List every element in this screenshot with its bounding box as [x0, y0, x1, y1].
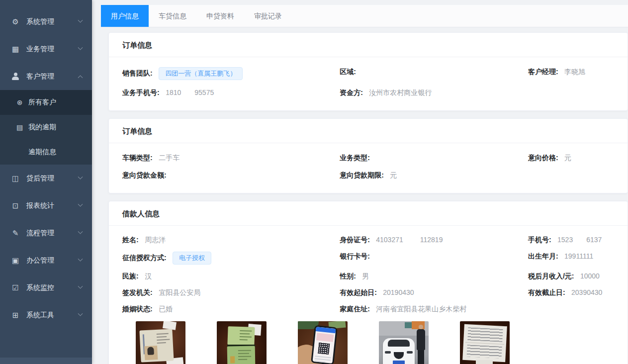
- redaction-mask: [403, 237, 420, 242]
- id-card-photo-image: [136, 321, 185, 364]
- sidebar-item-label: 业务管理: [26, 45, 54, 54]
- field-label: 有效起始日:: [340, 288, 377, 296]
- field-id-number: 身份证号: 4103271112819: [340, 232, 528, 248]
- id-card-photo[interactable]: 身份证: [136, 321, 185, 364]
- user-icon: [11, 73, 20, 80]
- detail-tabbar: 用户信息 车贷信息 申贷资料 审批记录: [101, 5, 628, 27]
- green-booklet-photo[interactable]: 驾驶证照片: [217, 321, 267, 364]
- field-label: 业务手机号:: [122, 89, 160, 96]
- sidebar-item-label: 所有客户: [28, 98, 56, 107]
- field-vehicle-type: 车辆类型: 二手车: [122, 149, 340, 167]
- field-label: 税后月收入/元:: [528, 272, 574, 280]
- sidebar-item-system-management[interactable]: ⚙ 系统管理: [0, 8, 92, 35]
- office-icon: ▣: [11, 257, 20, 264]
- field-label: 出生年月:: [528, 252, 558, 260]
- field-value: 20390430: [571, 288, 602, 296]
- redaction-mask: [573, 237, 586, 242]
- chevron-down-icon: [78, 311, 83, 316]
- tab-loan-application-docs[interactable]: 申贷资料: [196, 5, 244, 27]
- field-label: 区域:: [340, 68, 356, 76]
- order-info-card: 订单信息 销售团队: 四团一营（直属王鹏飞） 区域: 客户经理: 李晓旭 业务手: [108, 32, 628, 111]
- field-intent-price: 意向价格: 元: [528, 149, 614, 167]
- sidebar-item-my-overdue[interactable]: ▤ 我的逾期: [0, 115, 92, 140]
- field-value: 19911111: [564, 252, 593, 260]
- field-bank-card: 银行卡号:: [340, 248, 528, 268]
- field-valid-from: 有效起始日: 20190430: [340, 284, 528, 301]
- sidebar-item-system-monitor[interactable]: ☑ 系统监控: [0, 274, 92, 301]
- field-value: 1523: [557, 236, 573, 244]
- field-label: 业务类型:: [340, 154, 370, 162]
- chevron-down-icon: [78, 175, 83, 180]
- notebook-icon: ▤: [16, 123, 23, 131]
- sidebar-item-postloan-management[interactable]: ◫ 贷后管理: [0, 165, 92, 192]
- field-mobile-phone: 手机号: 15236137: [528, 232, 614, 248]
- field-valid-to: 有效截止日: 20390430: [528, 284, 614, 301]
- car-person-photo[interactable]: 人车合影: [379, 321, 429, 364]
- field-label: 有效截止日:: [528, 288, 565, 296]
- customer-management-submenu: ⊛ 所有客户 ▤ 我的逾期 逾期信息: [0, 90, 92, 165]
- field-value: 1810: [166, 89, 181, 96]
- field-label: 婚姻状态:: [122, 305, 153, 313]
- sidebar-item-report-statistics[interactable]: ⊡ 报表统计: [0, 192, 92, 219]
- sales-team-tag[interactable]: 四团一营（直属王鹏飞）: [159, 67, 243, 80]
- sidebar-item-label: 报表统计: [26, 201, 54, 210]
- field-label: 手机号:: [528, 236, 551, 244]
- field-value: 元: [390, 171, 397, 179]
- field-value: 已婚: [159, 305, 173, 313]
- field-credit-auth: 征信授权方式: 电子授权: [122, 248, 340, 268]
- field-home-address: 家庭住址: 河南省宜阳县花果山乡木柴村: [340, 301, 528, 317]
- sidebar-item-label: 系统监控: [26, 283, 54, 292]
- field-monthly-income: 税后月收入/元: 10000: [528, 268, 614, 284]
- sidebar-item-label: 办公管理: [26, 256, 54, 265]
- phone-qr-photo-image: [298, 321, 348, 364]
- field-label: 民族:: [122, 272, 139, 280]
- field-value: 20190430: [383, 288, 414, 296]
- field-value: 10000: [580, 272, 600, 280]
- chevron-down-icon: [78, 284, 83, 289]
- tab-approval-records[interactable]: 审批记录: [244, 5, 292, 27]
- field-name: 姓名: 周志洋: [122, 232, 340, 248]
- field-label: 意向贷款期限:: [340, 171, 384, 179]
- handwritten-doc-photo-image: [460, 321, 510, 364]
- sidebar-item-label: 系统工具: [26, 311, 54, 320]
- handwritten-doc-photo[interactable]: 其他材料: [460, 321, 510, 364]
- sidebar-item-office-management[interactable]: ▣ 办公管理: [0, 247, 92, 274]
- sidebar-item-all-customers[interactable]: ⊛ 所有客户: [0, 90, 92, 115]
- sidebar-item-label: 系统管理: [26, 17, 54, 26]
- sidebar-item-customer-management[interactable]: 客户管理: [0, 63, 92, 90]
- field-birth-date: 出生年月: 19911111: [528, 248, 614, 268]
- document-photos-row: 身份证: [122, 317, 614, 364]
- field-value: 二手车: [159, 154, 179, 162]
- phone-qr-photo[interactable]: 征信证明: [298, 321, 348, 364]
- sidebar-item-business-management[interactable]: ▦ 业务管理: [0, 35, 92, 63]
- book-icon: ◫: [11, 175, 20, 182]
- tab-user-info[interactable]: 用户信息: [101, 5, 149, 27]
- field-label: 车辆类型:: [122, 154, 153, 162]
- field-value: 李晓旭: [564, 68, 585, 76]
- field-value: 宜阳县公安局: [159, 288, 200, 296]
- card-title: 订单信息: [109, 33, 628, 57]
- field-label: 银行卡号:: [340, 252, 370, 260]
- field-funder: 资金方: 汝州市农村商业银行: [340, 84, 528, 101]
- field-label: 签发机关:: [122, 288, 153, 296]
- field-value: 汝州市农村商业银行: [369, 89, 432, 96]
- field-sales-team: 销售团队: 四团一营（直属王鹏飞）: [122, 63, 340, 84]
- sidebar-footer-bar: [0, 358, 92, 364]
- sidebar-item-label: 流程管理: [26, 229, 54, 238]
- field-business-type: 业务类型:: [340, 149, 528, 167]
- sidebar-item-label: 贷后管理: [26, 174, 54, 183]
- field-issuing-authority: 签发机关: 宜阳县公安局: [122, 284, 340, 301]
- loan-intent-card: 订单信息 车辆类型: 二手车 业务类型: 意向价格: 元 意向贷款金额:: [108, 118, 628, 193]
- chevron-down-icon: [78, 18, 83, 23]
- credit-auth-tag[interactable]: 电子授权: [173, 252, 211, 265]
- field-label: 意向价格:: [528, 154, 558, 162]
- card-title: 借款人信息: [109, 201, 628, 226]
- field-loan-term: 意向贷款期限: 元: [340, 167, 528, 184]
- sidebar-item-process-management[interactable]: ✎ 流程管理: [0, 219, 92, 247]
- sidebar-item-overdue-info[interactable]: 逾期信息: [0, 140, 92, 165]
- tab-car-loan-info[interactable]: 车贷信息: [149, 5, 196, 27]
- field-label: 性别:: [340, 272, 356, 280]
- sidebar-item-system-tools[interactable]: ⊞ 系统工具: [0, 301, 92, 329]
- field-account-manager: 客户经理: 李晓旭: [528, 63, 614, 84]
- field-value: 汉: [145, 272, 152, 280]
